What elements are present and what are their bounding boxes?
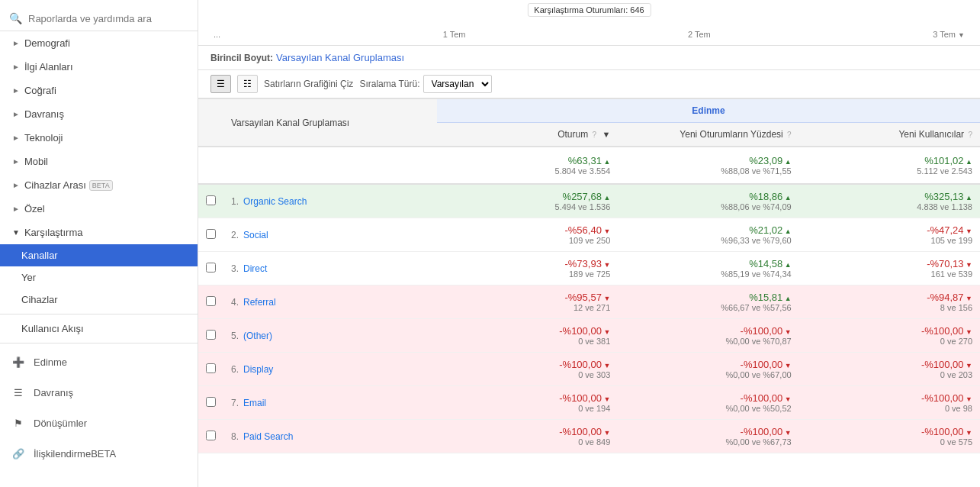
channel-link[interactable]: (Other): [243, 331, 272, 341]
yeni-yuzdesi-main: -%100,00: [625, 325, 791, 337]
yeni-yuzdesi-sub: %96,33 ve %79,60: [625, 236, 791, 245]
td-yeni-kullanici: -%100,000 ve 203: [799, 353, 980, 386]
sidebar-item-donusumler[interactable]: ⚑ Dönüşümler: [0, 408, 198, 438]
td-yeni-kullanici: -%100,000 ve 575: [799, 420, 980, 453]
sidebar-item-kullanici-akisi[interactable]: Kullanıcı Akışı: [0, 318, 198, 340]
sidebar-item-davranis[interactable]: ► Davranış: [0, 102, 198, 126]
row-checkbox-1[interactable]: [206, 229, 216, 239]
sidebar-item-yer[interactable]: Yer: [0, 266, 198, 289]
oturum-sub: 0 ve 849: [445, 437, 610, 447]
sidebar-item-iliskilendirme[interactable]: 🔗 İlişkilendirme BETA: [0, 438, 198, 469]
sidebar-item-ozel[interactable]: ► Özel: [0, 197, 198, 221]
plus-icon: ➕: [9, 353, 27, 371]
yeni-yuzdesi-sub: %0,00 ve %67,00: [625, 370, 791, 379]
th-channel: Varsayılan Kanal Gruplaması: [223, 99, 437, 147]
yeni-kullanici-sub: 0 ve 575: [807, 437, 972, 447]
sidebar-item-label: Teknoloji: [24, 132, 63, 144]
list-view-button[interactable]: ☰: [210, 75, 231, 93]
sort-select[interactable]: Varsayılan Artan Azalan: [423, 75, 492, 93]
td-summary-check: [198, 147, 223, 184]
td-oturum: %257,685.494 ve 1.536: [437, 184, 618, 218]
row-checkbox-6[interactable]: [206, 397, 216, 407]
yeni-kullanici-main: -%94,87: [807, 292, 972, 303]
row-checkbox-7[interactable]: [206, 431, 216, 440]
chevron-down-icon: ▼: [958, 31, 965, 39]
td-summary-name: [223, 147, 437, 184]
td-oturum: -%95,5712 ve 271: [437, 285, 618, 319]
yeni-kullanici-main: -%100,00: [807, 359, 972, 370]
sidebar-item-edinme[interactable]: ➕ Edinme: [0, 347, 198, 377]
yeni-yuzdesi-sub: %0,00 ve %70,87: [625, 337, 791, 346]
td-channel-name: 3.Direct: [223, 252, 437, 285]
help-icon[interactable]: ?: [593, 131, 597, 139]
nav-section: ► Demografi ► İlgi Alanları ► Coğrafi ► …: [0, 31, 198, 311]
channel-link[interactable]: Email: [243, 398, 266, 408]
sidebar-item-cihazlar[interactable]: Cihazlar: [0, 289, 198, 311]
channel-link[interactable]: Social: [243, 230, 268, 240]
yeni-yuzdesi-main: %15,81: [625, 292, 791, 303]
td-yeni-yuzdesi: %15,81%66,67 ve %57,56: [618, 285, 798, 319]
row-checkbox-3[interactable]: [206, 296, 216, 306]
help-icon[interactable]: ?: [787, 131, 792, 139]
channel-link[interactable]: Referral: [243, 297, 276, 308]
grid-view-button[interactable]: ☷: [237, 75, 258, 93]
channel-link[interactable]: Display: [243, 364, 273, 375]
row-checkbox-4[interactable]: [206, 330, 216, 340]
yeni-kullanici-main: -%100,00: [807, 325, 972, 337]
xaxis-dots: ...: [214, 30, 220, 39]
channel-link[interactable]: Direct: [243, 263, 267, 274]
chevron-right-icon: ►: [12, 157, 20, 166]
td-checkbox: [198, 218, 223, 252]
yeni-yuzdesi-sub: %0,00 ve %50,52: [625, 404, 791, 413]
sidebar-item-davranis-bottom[interactable]: ☰ Davranış: [0, 377, 198, 408]
sidebar-item-mobil[interactable]: ► Mobil: [0, 150, 198, 173]
sidebar-item-demografi[interactable]: ► Demografi: [0, 31, 198, 55]
chart-area: Karşılaştırma Oturumları: 646 ... 1 Tem …: [198, 0, 980, 46]
sidebar-item-label: Davranış: [24, 108, 64, 120]
sidebar-item-teknoloji[interactable]: ► Teknoloji: [0, 126, 198, 150]
yeni-kullanici-main: -%100,00: [807, 426, 972, 437]
th-checkbox: [198, 99, 223, 147]
row-checkbox-0[interactable]: [206, 195, 216, 205]
beta-badge: BETA: [89, 180, 113, 191]
sidebar-item-label: Cihazlar: [21, 294, 58, 305]
sidebar-item-karsilastirma[interactable]: ▼ Karşılaştırma: [0, 221, 198, 244]
row-checkbox-5[interactable]: [206, 363, 216, 373]
beta-badge: BETA: [91, 448, 116, 460]
search-input[interactable]: [28, 13, 165, 24]
yeni-kullanici-sub: 105 ve 199: [807, 236, 972, 245]
th-yeni-kullanici-label: Yeni Kullanıcılar: [898, 129, 964, 140]
sidebar-item-kanallar[interactable]: Kanallar: [0, 244, 198, 266]
sidebar-item-cihazlar-arasi[interactable]: ► Cihazlar Arası BETA: [0, 173, 198, 197]
filter-label: Birincil Boyut:: [210, 53, 273, 63]
filter-value[interactable]: Varsayılan Kanal Gruplaması: [276, 52, 404, 63]
sidebar-item-cografi[interactable]: ► Coğrafi: [0, 79, 198, 102]
td-yeni-yuzdesi: -%100,00%0,00 ve %70,87: [618, 319, 798, 353]
chevron-down-icon: ▼: [12, 228, 20, 237]
th-oturum: Oturum ? ▼: [437, 123, 618, 147]
channel-link[interactable]: Organic Search: [243, 196, 307, 207]
sidebar: 🔍 ► Demografi ► İlgi Alanları ► Coğrafi …: [0, 0, 198, 487]
sidebar-item-label: Kanallar: [21, 250, 58, 261]
chart-draw-label: Satırların Grafiğini Çiz: [264, 79, 353, 89]
summary-row: %63,31 5.804 ve 3.554 %23,09 %88,08 ve %…: [198, 147, 980, 184]
td-yeni-kullanici: -%100,000 ve 98: [799, 386, 980, 420]
summary-yeni-yuzdesi-main: %23,09: [625, 155, 791, 166]
oturum-sub: 189 ve 725: [445, 269, 610, 279]
td-channel-name: 6.Display: [223, 353, 437, 386]
oturum-main: -%56,40: [445, 224, 610, 236]
xaxis-2tem: 2 Tem: [688, 30, 711, 39]
row-checkbox-2[interactable]: [206, 263, 216, 273]
oturum-sub: 5.494 ve 1.536: [445, 202, 610, 211]
help-icon[interactable]: ?: [968, 131, 972, 139]
sidebar-item-label: Coğrafi: [24, 85, 56, 96]
yeni-kullanici-sub: 0 ve 98: [807, 404, 972, 413]
sort-icon: ▼: [602, 130, 610, 139]
xaxis-1tem: 1 Tem: [443, 30, 466, 39]
oturum-sub: 12 ve 271: [445, 303, 610, 312]
sidebar-item-ilgi[interactable]: ► İlgi Alanları: [0, 55, 198, 79]
td-yeni-kullanici: %325,134.838 ve 1.138: [799, 184, 980, 218]
td-summary-yeni-kullanici: %101,02 5.112 ve 2.543: [799, 147, 980, 184]
channel-link[interactable]: Paid Search: [243, 431, 293, 442]
chevron-right-icon: ►: [12, 134, 20, 142]
